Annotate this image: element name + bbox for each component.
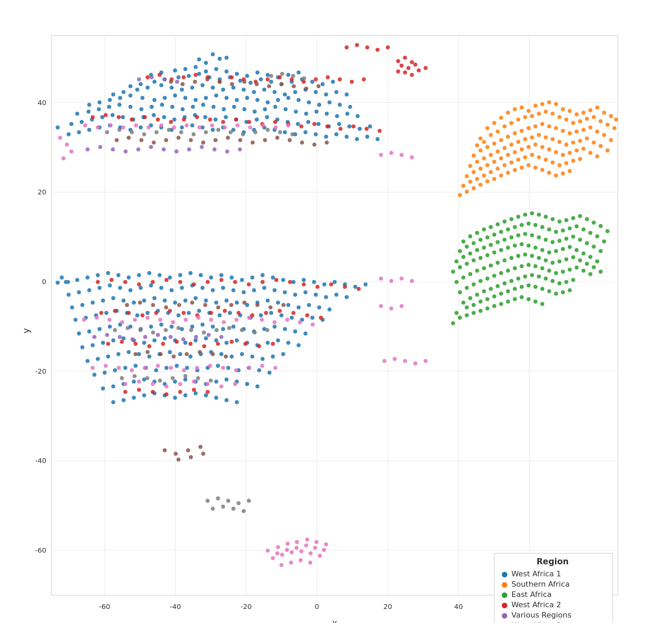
svg-point-942 xyxy=(286,123,290,127)
svg-point-938 xyxy=(235,123,240,127)
svg-point-836 xyxy=(161,342,165,346)
svg-point-490 xyxy=(358,127,362,131)
svg-point-602 xyxy=(286,303,290,307)
svg-point-851 xyxy=(206,390,210,394)
svg-point-959 xyxy=(285,318,289,322)
svg-point-639 xyxy=(149,325,153,329)
svg-point-289 xyxy=(540,266,544,270)
svg-point-29 xyxy=(485,126,489,130)
svg-point-273 xyxy=(578,258,582,262)
svg-point-363 xyxy=(286,73,290,77)
svg-point-556 xyxy=(97,286,102,290)
svg-point-678 xyxy=(96,357,100,361)
svg-text:0: 0 xyxy=(42,278,46,286)
svg-point-447 xyxy=(211,105,216,109)
svg-point-795 xyxy=(96,280,100,284)
svg-point-438 xyxy=(117,103,122,107)
svg-point-383 xyxy=(321,82,325,86)
svg-point-919 xyxy=(176,457,181,462)
svg-point-786 xyxy=(273,120,277,124)
svg-point-794 xyxy=(378,129,382,133)
svg-point-149 xyxy=(578,157,582,161)
svg-point-354 xyxy=(194,65,198,69)
svg-point-217 xyxy=(496,240,500,244)
svg-point-991 xyxy=(280,553,284,557)
svg-point-555 xyxy=(87,288,91,292)
svg-point-1052 xyxy=(202,330,206,335)
svg-point-211 xyxy=(454,259,459,263)
svg-point-460 xyxy=(345,112,349,116)
svg-point-105 xyxy=(564,143,568,147)
svg-point-344 xyxy=(540,302,544,306)
svg-point-767 xyxy=(314,77,318,81)
svg-point-881 xyxy=(176,136,181,140)
svg-point-1069 xyxy=(236,501,241,505)
svg-point-91 xyxy=(468,164,472,168)
svg-point-141 xyxy=(523,155,527,159)
svg-point-431 xyxy=(327,100,332,104)
svg-point-486 xyxy=(316,122,321,126)
svg-point-260 xyxy=(489,263,493,268)
svg-point-670 xyxy=(235,338,239,342)
svg-point-816 xyxy=(113,309,117,313)
svg-point-225 xyxy=(551,240,555,244)
svg-point-961 xyxy=(311,323,315,327)
svg-point-370 xyxy=(187,74,191,78)
svg-point-906 xyxy=(281,303,286,307)
svg-point-352 xyxy=(173,68,177,72)
svg-point-494 xyxy=(87,128,91,132)
svg-point-299 xyxy=(475,293,479,297)
svg-point-304 xyxy=(509,279,513,283)
svg-point-653 xyxy=(293,329,297,334)
svg-point-164 xyxy=(554,173,558,178)
svg-point-951 xyxy=(184,318,188,322)
svg-point-910 xyxy=(172,354,176,359)
svg-point-190 xyxy=(465,245,469,249)
svg-point-748 xyxy=(345,45,349,49)
svg-point-116 xyxy=(492,160,496,164)
svg-point-1021 xyxy=(279,563,284,567)
svg-point-451 xyxy=(253,110,257,114)
svg-point-390 xyxy=(170,86,174,90)
svg-point-675 xyxy=(286,341,290,345)
svg-point-245 xyxy=(533,246,537,250)
svg-point-156 xyxy=(499,173,503,178)
svg-point-481 xyxy=(265,115,269,119)
svg-point-874 xyxy=(304,87,308,91)
svg-point-40 xyxy=(561,107,565,111)
svg-point-1049 xyxy=(164,328,168,332)
svg-point-253 xyxy=(588,255,592,259)
svg-point-52 xyxy=(496,129,500,134)
svg-point-196 xyxy=(506,227,510,231)
svg-point-892 xyxy=(312,143,316,147)
svg-text:40: 40 xyxy=(38,99,46,107)
svg-point-180 xyxy=(551,217,555,221)
svg-point-79 xyxy=(533,124,537,128)
svg-point-1032 xyxy=(142,132,146,136)
svg-point-410 xyxy=(108,98,112,102)
svg-point-208 xyxy=(588,231,592,235)
svg-point-844 xyxy=(271,342,275,346)
svg-point-65 xyxy=(585,117,589,121)
svg-point-990 xyxy=(271,556,275,560)
svg-point-274 xyxy=(585,262,589,266)
svg-point-195 xyxy=(499,230,503,234)
svg-point-912 xyxy=(198,350,202,354)
svg-point-827 xyxy=(264,311,268,315)
svg-point-617 xyxy=(176,313,181,317)
svg-point-187 xyxy=(599,224,603,228)
legend-label-east-africa: East Africa xyxy=(511,590,552,599)
svg-point-503 xyxy=(180,125,184,129)
svg-point-87 xyxy=(588,125,592,129)
svg-point-883 xyxy=(201,140,205,145)
svg-point-202 xyxy=(547,227,551,231)
svg-point-519 xyxy=(345,135,349,139)
svg-point-188 xyxy=(605,229,610,233)
svg-point-326 xyxy=(540,287,544,291)
svg-point-876 xyxy=(115,138,119,142)
svg-point-931 xyxy=(147,125,151,129)
svg-point-596 xyxy=(224,298,229,303)
svg-point-266 xyxy=(530,254,534,258)
svg-point-744 xyxy=(56,281,60,285)
svg-point-586 xyxy=(122,298,126,303)
